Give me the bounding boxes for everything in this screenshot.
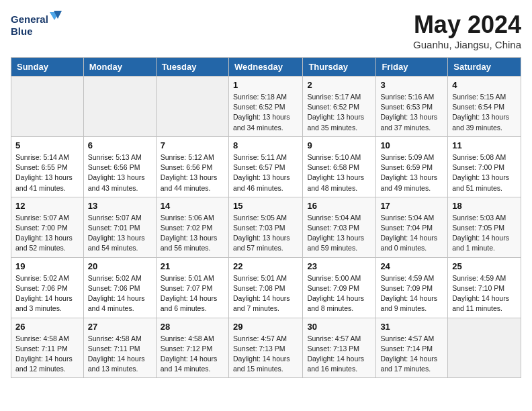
day-info: Sunrise: 5:07 AM Sunset: 7:01 PM Dayligh… bbox=[88, 213, 152, 254]
day-number: 23 bbox=[307, 261, 371, 271]
day-number: 3 bbox=[380, 80, 443, 90]
day-number: 30 bbox=[307, 322, 371, 332]
day-number: 11 bbox=[452, 140, 517, 150]
day-cell: 17Sunrise: 5:04 AM Sunset: 7:04 PM Dayli… bbox=[376, 197, 448, 257]
week-row-1: 1Sunrise: 5:18 AM Sunset: 6:52 PM Daylig… bbox=[11, 77, 521, 137]
header-wednesday: Wednesday bbox=[228, 58, 302, 77]
day-cell: 22Sunrise: 5:01 AM Sunset: 7:08 PM Dayli… bbox=[228, 257, 302, 318]
day-info: Sunrise: 5:12 AM Sunset: 6:56 PM Dayligh… bbox=[161, 152, 224, 193]
day-cell: 15Sunrise: 5:05 AM Sunset: 7:03 PM Dayli… bbox=[228, 197, 302, 257]
header-thursday: Thursday bbox=[303, 58, 376, 77]
day-cell: 27Sunrise: 4:58 AM Sunset: 7:11 PM Dayli… bbox=[83, 318, 156, 378]
title-block: May 2024 Guanhu, Jiangsu, China bbox=[413, 11, 521, 50]
svg-text:General: General bbox=[11, 13, 48, 25]
day-info: Sunrise: 5:01 AM Sunset: 7:08 PM Dayligh… bbox=[233, 273, 298, 314]
week-row-3: 12Sunrise: 5:07 AM Sunset: 7:00 PM Dayli… bbox=[11, 197, 521, 257]
day-cell: 5Sunrise: 5:14 AM Sunset: 6:55 PM Daylig… bbox=[11, 136, 84, 197]
day-number: 9 bbox=[307, 140, 371, 150]
day-cell: 29Sunrise: 4:57 AM Sunset: 7:13 PM Dayli… bbox=[228, 318, 302, 378]
day-number: 1 bbox=[233, 80, 298, 90]
day-cell bbox=[448, 318, 521, 378]
day-number: 12 bbox=[15, 201, 79, 211]
day-cell: 4Sunrise: 5:15 AM Sunset: 6:54 PM Daylig… bbox=[448, 77, 521, 137]
day-cell: 10Sunrise: 5:09 AM Sunset: 6:59 PM Dayli… bbox=[376, 136, 448, 197]
day-cell: 12Sunrise: 5:07 AM Sunset: 7:00 PM Dayli… bbox=[11, 197, 84, 257]
logo-icon: General Blue bbox=[11, 11, 64, 41]
day-cell: 14Sunrise: 5:06 AM Sunset: 7:02 PM Dayli… bbox=[156, 197, 228, 257]
day-number: 19 bbox=[15, 261, 79, 271]
day-info: Sunrise: 4:59 AM Sunset: 7:09 PM Dayligh… bbox=[380, 273, 443, 314]
day-info: Sunrise: 4:58 AM Sunset: 7:12 PM Dayligh… bbox=[161, 334, 224, 375]
day-number: 26 bbox=[15, 322, 79, 332]
day-number: 13 bbox=[88, 201, 152, 211]
day-info: Sunrise: 5:06 AM Sunset: 7:02 PM Dayligh… bbox=[161, 213, 224, 254]
day-cell: 18Sunrise: 5:03 AM Sunset: 7:05 PM Dayli… bbox=[448, 197, 521, 257]
day-cell bbox=[11, 77, 84, 137]
logo: General Blue bbox=[11, 11, 64, 41]
day-number: 18 bbox=[452, 201, 517, 211]
day-info: Sunrise: 5:04 AM Sunset: 7:04 PM Dayligh… bbox=[380, 213, 443, 254]
day-number: 2 bbox=[307, 80, 371, 90]
week-row-2: 5Sunrise: 5:14 AM Sunset: 6:55 PM Daylig… bbox=[11, 136, 521, 197]
page-header: General Blue May 2024 Guanhu, Jiangsu, C… bbox=[11, 11, 521, 50]
day-info: Sunrise: 5:00 AM Sunset: 7:09 PM Dayligh… bbox=[307, 273, 371, 314]
day-info: Sunrise: 5:16 AM Sunset: 6:53 PM Dayligh… bbox=[380, 92, 443, 133]
week-row-5: 26Sunrise: 4:58 AM Sunset: 7:11 PM Dayli… bbox=[11, 318, 521, 378]
day-info: Sunrise: 5:04 AM Sunset: 7:03 PM Dayligh… bbox=[307, 213, 371, 254]
day-number: 22 bbox=[233, 261, 298, 271]
day-info: Sunrise: 5:15 AM Sunset: 6:54 PM Dayligh… bbox=[452, 92, 517, 133]
day-number: 10 bbox=[380, 140, 443, 150]
day-info: Sunrise: 4:58 AM Sunset: 7:11 PM Dayligh… bbox=[88, 334, 152, 375]
day-number: 6 bbox=[88, 140, 152, 150]
day-info: Sunrise: 5:03 AM Sunset: 7:05 PM Dayligh… bbox=[452, 213, 517, 254]
day-number: 24 bbox=[380, 261, 443, 271]
day-info: Sunrise: 4:58 AM Sunset: 7:11 PM Dayligh… bbox=[15, 334, 79, 375]
day-info: Sunrise: 5:07 AM Sunset: 7:00 PM Dayligh… bbox=[15, 213, 79, 254]
day-cell: 20Sunrise: 5:02 AM Sunset: 7:06 PM Dayli… bbox=[83, 257, 156, 318]
day-cell bbox=[83, 77, 156, 137]
day-cell: 26Sunrise: 4:58 AM Sunset: 7:11 PM Dayli… bbox=[11, 318, 84, 378]
day-number: 27 bbox=[88, 322, 152, 332]
day-number: 5 bbox=[15, 140, 79, 150]
day-number: 28 bbox=[161, 322, 224, 332]
day-info: Sunrise: 5:18 AM Sunset: 6:52 PM Dayligh… bbox=[233, 92, 298, 133]
header-friday: Friday bbox=[376, 58, 448, 77]
location: Guanhu, Jiangsu, China bbox=[413, 39, 521, 50]
day-cell: 8Sunrise: 5:11 AM Sunset: 6:57 PM Daylig… bbox=[228, 136, 302, 197]
day-info: Sunrise: 5:09 AM Sunset: 6:59 PM Dayligh… bbox=[380, 152, 443, 193]
header-row: SundayMondayTuesdayWednesdayThursdayFrid… bbox=[11, 58, 521, 77]
day-cell: 28Sunrise: 4:58 AM Sunset: 7:12 PM Dayli… bbox=[156, 318, 228, 378]
day-cell: 6Sunrise: 5:13 AM Sunset: 6:56 PM Daylig… bbox=[83, 136, 156, 197]
day-number: 8 bbox=[233, 140, 298, 150]
header-monday: Monday bbox=[83, 58, 156, 77]
day-cell: 19Sunrise: 5:02 AM Sunset: 7:06 PM Dayli… bbox=[11, 257, 84, 318]
day-number: 7 bbox=[161, 140, 224, 150]
day-cell: 24Sunrise: 4:59 AM Sunset: 7:09 PM Dayli… bbox=[376, 257, 448, 318]
day-info: Sunrise: 5:02 AM Sunset: 7:06 PM Dayligh… bbox=[15, 273, 79, 314]
week-row-4: 19Sunrise: 5:02 AM Sunset: 7:06 PM Dayli… bbox=[11, 257, 521, 318]
day-info: Sunrise: 5:17 AM Sunset: 6:52 PM Dayligh… bbox=[307, 92, 371, 133]
day-cell: 16Sunrise: 5:04 AM Sunset: 7:03 PM Dayli… bbox=[303, 197, 376, 257]
day-number: 25 bbox=[452, 261, 517, 271]
calendar-table: SundayMondayTuesdayWednesdayThursdayFrid… bbox=[11, 57, 521, 378]
day-info: Sunrise: 4:57 AM Sunset: 7:13 PM Dayligh… bbox=[307, 334, 371, 375]
day-number: 14 bbox=[161, 201, 224, 211]
day-cell: 21Sunrise: 5:01 AM Sunset: 7:07 PM Dayli… bbox=[156, 257, 228, 318]
day-info: Sunrise: 5:05 AM Sunset: 7:03 PM Dayligh… bbox=[233, 213, 298, 254]
day-info: Sunrise: 5:08 AM Sunset: 7:00 PM Dayligh… bbox=[452, 152, 517, 193]
day-info: Sunrise: 5:02 AM Sunset: 7:06 PM Dayligh… bbox=[88, 273, 152, 314]
day-info: Sunrise: 4:57 AM Sunset: 7:13 PM Dayligh… bbox=[233, 334, 298, 375]
day-cell: 9Sunrise: 5:10 AM Sunset: 6:58 PM Daylig… bbox=[303, 136, 376, 197]
day-cell: 13Sunrise: 5:07 AM Sunset: 7:01 PM Dayli… bbox=[83, 197, 156, 257]
day-cell: 3Sunrise: 5:16 AM Sunset: 6:53 PM Daylig… bbox=[376, 77, 448, 137]
day-number: 29 bbox=[233, 322, 298, 332]
header-sunday: Sunday bbox=[11, 58, 84, 77]
day-info: Sunrise: 5:14 AM Sunset: 6:55 PM Dayligh… bbox=[15, 152, 79, 193]
day-number: 17 bbox=[380, 201, 443, 211]
day-cell: 1Sunrise: 5:18 AM Sunset: 6:52 PM Daylig… bbox=[228, 77, 302, 137]
day-cell: 31Sunrise: 4:57 AM Sunset: 7:14 PM Dayli… bbox=[376, 318, 448, 378]
day-info: Sunrise: 4:57 AM Sunset: 7:14 PM Dayligh… bbox=[380, 334, 443, 375]
day-number: 20 bbox=[88, 261, 152, 271]
day-cell: 2Sunrise: 5:17 AM Sunset: 6:52 PM Daylig… bbox=[303, 77, 376, 137]
day-cell bbox=[156, 77, 228, 137]
